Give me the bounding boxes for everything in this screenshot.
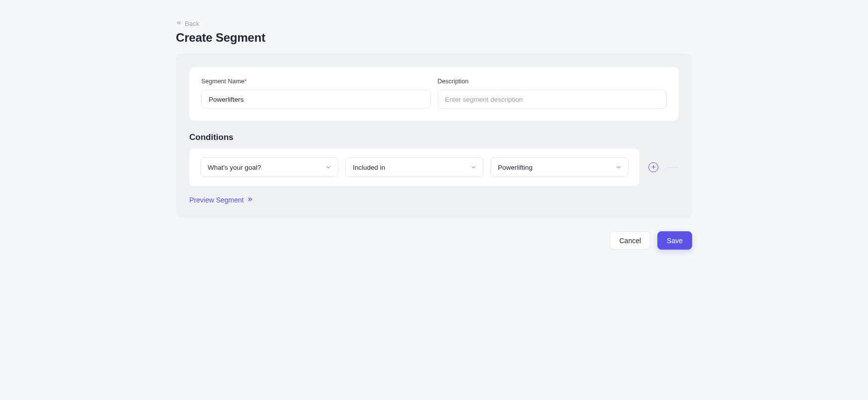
description-input[interactable] <box>438 90 667 109</box>
chevron-down-icon <box>615 164 622 171</box>
back-link[interactable]: Back <box>176 20 199 27</box>
segment-name-field: Segment Name* <box>201 78 431 109</box>
save-button[interactable]: Save <box>657 231 692 250</box>
condition-value-select[interactable]: Powerlifting <box>490 157 629 177</box>
back-label: Back <box>185 20 199 27</box>
chevrons-left-icon <box>176 20 182 27</box>
conditions-heading: Conditions <box>189 133 679 142</box>
condition-connector-line <box>667 167 679 168</box>
condition-value-value: Powerlifting <box>498 164 533 171</box>
condition-field-value: What's your goal? <box>208 164 261 171</box>
preview-segment-label: Preview Segment <box>189 196 244 204</box>
segment-name-input[interactable] <box>201 90 431 109</box>
plus-icon <box>651 164 656 171</box>
chevrons-right-icon <box>247 196 253 204</box>
conditions-row: What's your goal? Included in Powerlifti… <box>189 148 679 186</box>
cancel-button[interactable]: Cancel <box>610 231 650 250</box>
footer-actions: Cancel Save <box>176 231 692 250</box>
description-field: Description <box>438 78 667 109</box>
required-asterisk: * <box>244 78 247 85</box>
condition-operator-value: Included in <box>353 164 385 171</box>
add-condition-button[interactable] <box>648 162 658 172</box>
preview-segment-link[interactable]: Preview Segment <box>189 196 253 204</box>
page-title: Create Segment <box>176 31 692 45</box>
name-description-card: Segment Name* Description <box>189 67 679 121</box>
chevron-down-icon <box>325 164 332 171</box>
condition-field-select[interactable]: What's your goal? <box>200 157 338 177</box>
description-label: Description <box>438 78 667 85</box>
condition-operator-select[interactable]: Included in <box>345 157 483 177</box>
main-panel: Segment Name* Description Conditions Wha… <box>176 54 692 218</box>
segment-name-label: Segment Name* <box>201 78 431 85</box>
segment-name-label-text: Segment Name <box>201 78 244 85</box>
chevron-down-icon <box>470 164 477 171</box>
condition-card: What's your goal? Included in Powerlifti… <box>189 148 639 186</box>
